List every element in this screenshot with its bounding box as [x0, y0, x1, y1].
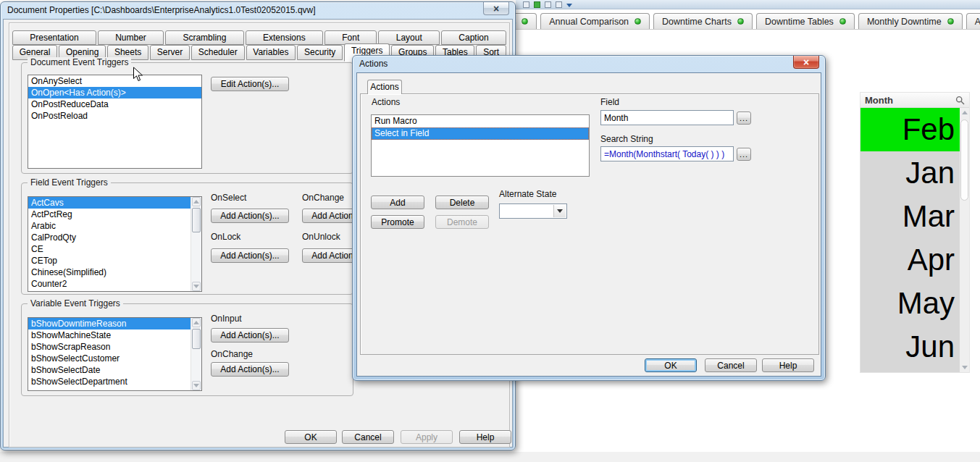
month-value[interactable]: Jun	[860, 325, 960, 369]
dp-titlebar[interactable]: Document Properties [C:\Dashboards\Enter…	[1, 2, 515, 18]
variable-item[interactable]: bShowSelectDate	[28, 364, 190, 376]
close-icon: ×	[803, 57, 809, 67]
action-item[interactable]: Select in Field	[372, 127, 589, 140]
trigger-item[interactable]: OnOpen<Has Action(s)>	[28, 87, 201, 98]
dp-tab[interactable]: Scheduler	[191, 45, 245, 60]
month-value[interactable]: Mar	[860, 195, 960, 238]
variable-item[interactable]: bShowMachineState	[28, 329, 190, 341]
month-value[interactable]: May	[860, 282, 960, 325]
field-browse-button[interactable]: ...	[737, 112, 751, 125]
action-item[interactable]: Run Macro	[372, 115, 589, 127]
dp-window-title: Document Properties [C:\Dashboards\Enter…	[7, 5, 316, 15]
field-list-scrollbar[interactable]	[190, 197, 201, 291]
trigger-item[interactable]: OnAnySelect	[28, 75, 201, 87]
scroll-up-icon[interactable]	[192, 197, 201, 206]
scroll-up-icon[interactable]	[960, 108, 969, 117]
dp-close-button[interactable]: ×	[483, 2, 509, 15]
scrollbar-thumb[interactable]	[192, 208, 201, 232]
dp-tab[interactable]: Number	[98, 30, 164, 45]
dp-tab[interactable]: Scrambling	[165, 30, 244, 45]
actions-list-label: Actions	[372, 97, 400, 107]
dp-tab[interactable]: Extensions	[246, 30, 323, 45]
sheet-tab[interactable]: Annual Comparison	[540, 13, 650, 29]
dp-tab[interactable]: Variables	[246, 45, 296, 60]
toolbar-icon[interactable]	[556, 1, 562, 8]
scrollbar-thumb[interactable]	[960, 119, 968, 201]
field-item[interactable]: Chinese(Simplified)	[28, 266, 190, 278]
field-item[interactable]: Arabic	[28, 220, 190, 232]
sheet-tab-label: Annual D	[975, 17, 980, 27]
variable-item[interactable]: bShowSelectDepartment	[28, 376, 190, 387]
dp-tab[interactable]: Layout	[378, 30, 440, 45]
search-browse-button[interactable]: ...	[737, 148, 751, 161]
sheet-status-icon	[839, 18, 846, 25]
toolbar-icon[interactable]	[545, 1, 551, 8]
variable-item[interactable]: bShowDowntimeReason	[28, 318, 190, 329]
add-button[interactable]: Add	[371, 196, 424, 209]
scroll-down-icon[interactable]	[192, 381, 201, 390]
onselect-add-actions-button[interactable]: Add Action(s)...	[211, 209, 289, 223]
dp-footer-button[interactable]: OK	[285, 430, 337, 444]
sheet-tab[interactable]: Downtime Charts	[653, 13, 753, 29]
field-item[interactable]: CE	[28, 243, 190, 255]
onunlock-label: OnUnlock	[302, 232, 340, 242]
month-value[interactable]: Jan	[860, 151, 960, 195]
field-item[interactable]: ActPctReg	[28, 209, 190, 220]
actions-tab[interactable]: Actions	[367, 80, 402, 94]
sheet-tab[interactable]: Annual D	[966, 13, 980, 29]
scroll-up-icon[interactable]	[192, 318, 201, 327]
scrollbar-thumb[interactable]	[192, 329, 201, 349]
actions-close-button[interactable]: ×	[793, 56, 819, 69]
month-listbox-header[interactable]: Month	[860, 93, 969, 108]
field-item[interactable]: Counter2	[28, 278, 190, 290]
trigger-item[interactable]: OnPostReload	[28, 110, 201, 122]
variable-list-scrollbar[interactable]	[190, 318, 201, 390]
sheet-status-icon	[635, 18, 641, 25]
sheet-tab[interactable]: Downtime Tables	[756, 13, 855, 29]
sheet-tab[interactable]: s	[513, 13, 537, 29]
actions-footer-button[interactable]: Cancel	[705, 358, 757, 372]
variable-item[interactable]: bShowSelectCustomer	[28, 353, 190, 364]
dp-footer-button[interactable]: Help	[459, 430, 511, 444]
sheet-tab-label: Annual Comparison	[549, 17, 629, 27]
app-bottom-strip	[0, 452, 980, 462]
dp-tab[interactable]: Presentation	[12, 30, 96, 45]
field-label: Field	[600, 97, 619, 107]
actions-titlebar[interactable]: Actions	[353, 56, 825, 72]
alternate-state-combobox[interactable]	[499, 203, 567, 219]
edit-actions-button[interactable]: Edit Action(s)...	[211, 77, 289, 91]
onlock-add-actions-button[interactable]: Add Action(s)...	[211, 248, 289, 263]
scroll-down-icon[interactable]	[192, 282, 201, 291]
promote-button[interactable]: Promote	[371, 215, 424, 229]
group-label: Document Event Triggers	[28, 57, 131, 67]
field-item[interactable]: ActCavs	[28, 197, 190, 209]
dp-footer-button[interactable]: Cancel	[342, 430, 394, 444]
field-input[interactable]: Month	[600, 110, 734, 125]
delete-button[interactable]: Delete	[435, 196, 489, 209]
actions-footer-button[interactable]: OK	[645, 358, 697, 372]
scroll-down-icon[interactable]	[960, 363, 969, 372]
dp-tab[interactable]: Caption	[441, 30, 506, 45]
dp-tab[interactable]: Font	[324, 30, 377, 45]
variable-event-triggers-group: Variable Event Triggers bShowDowntimeRea…	[21, 303, 353, 396]
chevron-down-icon[interactable]	[553, 205, 566, 217]
dp-tab[interactable]: Server	[150, 45, 190, 60]
onchange-add-actions-button[interactable]: Add Action(s)...	[211, 362, 289, 377]
field-item[interactable]: CalProdQty	[28, 232, 190, 243]
month-scrollbar[interactable]	[960, 108, 969, 372]
dp-tab[interactable]: Security	[297, 45, 343, 60]
toolbar-icon[interactable]	[523, 1, 529, 8]
sheet-tab-bar: s Annual Comparison Downtime Charts Down…	[513, 13, 980, 29]
oninput-add-actions-button[interactable]: Add Action(s)...	[211, 328, 289, 343]
search-string-input[interactable]: =Month(Monthstart( Today( ) ) )	[600, 146, 734, 161]
month-value[interactable]: Feb	[860, 108, 960, 151]
search-icon[interactable]	[955, 96, 965, 105]
trigger-item[interactable]: OnPostReduceData	[28, 98, 201, 110]
actions-footer-button[interactable]: Help	[762, 358, 814, 372]
dropdown-arrow-icon[interactable]	[566, 4, 572, 7]
month-value[interactable]: Apr	[860, 238, 960, 282]
field-item[interactable]: CETop	[28, 255, 190, 266]
variable-item[interactable]: bShowScrapReason	[28, 341, 190, 353]
sheet-tab[interactable]: Monthly Downtime	[858, 13, 963, 29]
toolbar-icon-green[interactable]	[534, 1, 540, 8]
